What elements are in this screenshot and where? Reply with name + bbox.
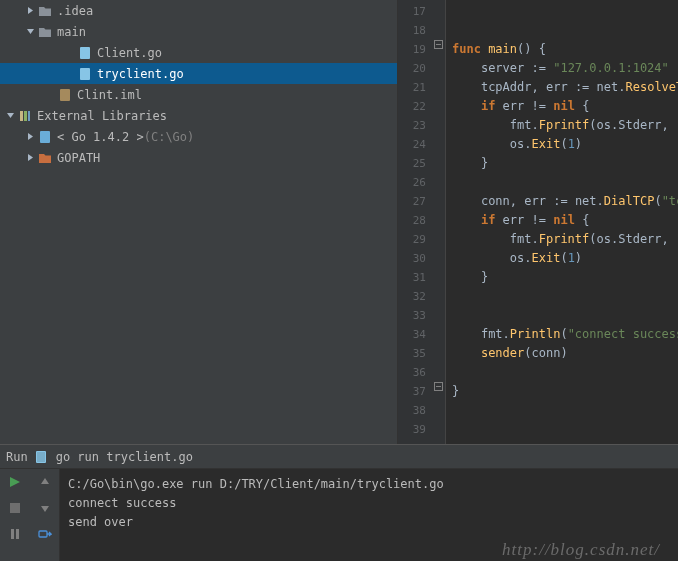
line-number: 19 — [398, 40, 434, 59]
pause-button[interactable] — [6, 525, 24, 543]
tree-item-gopath-clint-[interactable]: GOPATH — [0, 147, 397, 168]
tree-item-label: .idea — [57, 4, 93, 18]
console-line: connect success — [68, 494, 670, 513]
code-line[interactable]: sender(conn) — [452, 344, 678, 363]
rerun-button[interactable] — [6, 473, 24, 491]
line-number: 31 — [398, 268, 434, 287]
fold-spacer — [434, 211, 445, 230]
code-line[interactable]: server := "127.0.0.1:1024" — [452, 59, 678, 78]
fold-spacer — [434, 287, 445, 306]
line-number: 22 — [398, 97, 434, 116]
gofile-icon — [78, 67, 92, 81]
tree-item-label: main — [57, 25, 86, 39]
code-line[interactable] — [452, 363, 678, 382]
tree-item-external-libraries[interactable]: External Libraries — [0, 105, 397, 126]
run-config-name: go run tryclient.go — [56, 450, 193, 464]
code-line[interactable]: fmt.Println("connect success") — [452, 325, 678, 344]
up-button[interactable] — [36, 473, 54, 491]
fold-gutter[interactable] — [434, 0, 446, 444]
chevron-icon[interactable] — [26, 6, 38, 15]
svg-rect-4 — [60, 89, 70, 101]
fold-spacer — [434, 325, 445, 344]
tree-item-label: External Libraries — [37, 109, 167, 123]
line-number: 37 — [398, 382, 434, 401]
console-output[interactable]: C:/Go\bin\go.exe run D:/TRY/Client/main/… — [60, 469, 678, 561]
code-line[interactable]: } — [452, 154, 678, 173]
svg-marker-18 — [10, 477, 20, 487]
svg-rect-20 — [11, 529, 14, 539]
folder-icon — [38, 25, 52, 39]
fold-open-icon[interactable] — [434, 40, 445, 59]
run-tool-window: Run go run tryclient.go C:/Go\bin\go.exe… — [0, 444, 678, 561]
code-area[interactable]: func main() { server := "127.0.0.1:1024"… — [446, 0, 678, 444]
svg-rect-2 — [80, 47, 90, 59]
gofile-icon — [78, 46, 92, 60]
tree-item-label: < Go 1.4.2 > — [57, 130, 144, 144]
svg-marker-0 — [28, 7, 33, 14]
chevron-icon[interactable] — [26, 153, 38, 162]
code-line[interactable]: os.Exit(1) — [452, 135, 678, 154]
project-tree[interactable]: .ideamainClient.gotryclient.goClint.imlE… — [0, 0, 398, 444]
svg-rect-10 — [40, 131, 50, 143]
gofile-icon — [34, 450, 48, 464]
watermark-text: http://blog.csdn.net/ — [502, 540, 660, 559]
code-line[interactable]: fmt.Fprintf(os.Stderr, "Fatal — [452, 116, 678, 135]
line-number: 29 — [398, 230, 434, 249]
code-editor[interactable]: 1718192021222324252627282930313233343536… — [398, 0, 678, 444]
code-line[interactable]: conn, err := net.DialTCP("tcp", ni — [452, 192, 678, 211]
code-line[interactable] — [452, 2, 678, 21]
tree-item--go-1-4-2-[interactable]: < Go 1.4.2 > (C:\Go) — [0, 126, 397, 147]
code-line[interactable]: } — [452, 268, 678, 287]
fold-spacer — [434, 97, 445, 116]
code-line[interactable]: if err != nil { — [452, 211, 678, 230]
svg-rect-17 — [37, 452, 45, 462]
tree-item-clint-iml[interactable]: Clint.iml — [0, 84, 397, 105]
fold-spacer — [434, 116, 445, 135]
tree-item-tryclient-go[interactable]: tryclient.go — [0, 63, 397, 84]
line-number: 20 — [398, 59, 434, 78]
code-line[interactable] — [452, 173, 678, 192]
line-number: 36 — [398, 363, 434, 382]
run-header: Run go run tryclient.go — [0, 445, 678, 469]
tree-item--idea[interactable]: .idea — [0, 0, 397, 21]
fold-spacer — [434, 230, 445, 249]
code-line[interactable] — [452, 420, 678, 439]
tree-item-label: tryclient.go — [97, 67, 184, 81]
svg-rect-19 — [10, 503, 20, 513]
code-line[interactable]: tcpAddr, err := net.ResolveTCPAddr — [452, 78, 678, 97]
chevron-icon[interactable] — [6, 111, 18, 120]
folder2-icon — [38, 151, 52, 165]
attach-button[interactable] — [36, 525, 54, 543]
svg-marker-5 — [7, 113, 14, 118]
fold-spacer — [434, 363, 445, 382]
svg-rect-22 — [39, 531, 47, 537]
svg-rect-6 — [20, 111, 23, 121]
tree-item-main[interactable]: main — [0, 21, 397, 42]
lib-icon — [18, 109, 32, 123]
fold-spacer — [434, 154, 445, 173]
svg-rect-3 — [80, 68, 90, 80]
code-line[interactable] — [452, 287, 678, 306]
fold-spacer — [434, 78, 445, 97]
line-number: 35 — [398, 344, 434, 363]
code-line[interactable]: func main() { — [452, 40, 678, 59]
tree-item-client-go[interactable]: Client.go — [0, 42, 397, 63]
code-line[interactable] — [452, 401, 678, 420]
fold-close-icon[interactable] — [434, 382, 445, 401]
iml-icon — [58, 88, 72, 102]
code-line[interactable]: if err != nil { — [452, 97, 678, 116]
code-line[interactable]: fmt.Fprintf(os.Stderr, "Fatal — [452, 230, 678, 249]
tree-item-hint: (C:\Go) — [144, 130, 195, 144]
chevron-icon[interactable] — [26, 132, 38, 141]
code-line[interactable]: } — [452, 382, 678, 401]
stop-button[interactable] — [6, 499, 24, 517]
down-button[interactable] — [36, 499, 54, 517]
line-number: 34 — [398, 325, 434, 344]
line-number: 28 — [398, 211, 434, 230]
chevron-icon[interactable] — [26, 27, 38, 36]
fold-spacer — [434, 21, 445, 40]
tree-item-label: Client.go — [97, 46, 162, 60]
code-line[interactable]: os.Exit(1) — [452, 249, 678, 268]
code-line[interactable] — [452, 21, 678, 40]
code-line[interactable] — [452, 306, 678, 325]
